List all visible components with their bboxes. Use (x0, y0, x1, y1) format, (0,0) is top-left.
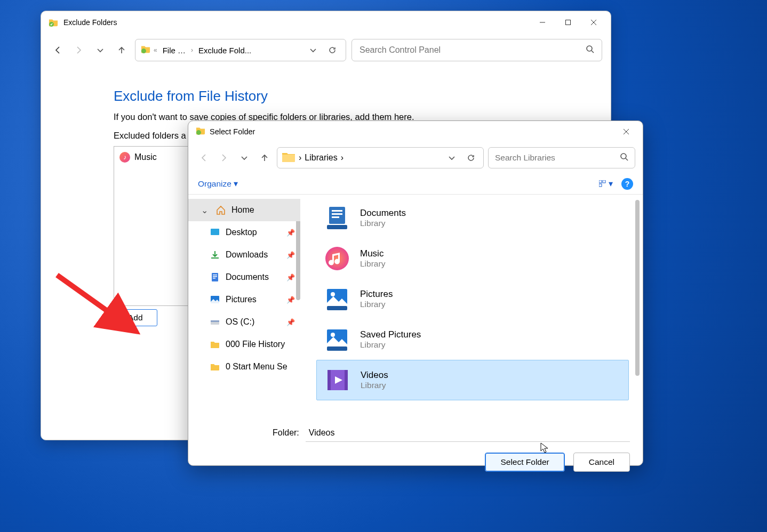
music-library-icon (323, 244, 351, 273)
nav-forward-button[interactable] (71, 42, 87, 58)
pin-icon: 📌 (286, 296, 295, 304)
sidebar-item-pictures[interactable]: Pictures📌 (188, 288, 300, 311)
svg-rect-9 (599, 184, 602, 187)
library-item-name: Documents (360, 208, 406, 219)
sidebar-item-downloads[interactable]: Downloads📌 (188, 244, 300, 266)
folder-field[interactable] (306, 424, 630, 442)
nav-forward-button[interactable] (216, 150, 232, 166)
sidebar-item-label: 0 Start Menu Se (226, 362, 287, 372)
sidebar-item-label: 000 File History (226, 340, 285, 349)
view-options-button[interactable]: ▾ (597, 176, 615, 191)
add-button[interactable]: Add (114, 309, 157, 326)
svg-rect-1 (566, 20, 571, 25)
sidebar-item-home[interactable]: ⌄Home (188, 199, 300, 221)
library-item-videos[interactable]: VideosLibrary (316, 360, 629, 400)
organize-menu[interactable]: Organize ▾ (198, 179, 238, 189)
filehistory-icon (196, 126, 205, 138)
library-item-subtitle: Library (360, 300, 393, 309)
minimize-button[interactable] (530, 14, 555, 31)
library-item-savedpictures[interactable]: Saved PicturesLibrary (316, 319, 629, 360)
dialog-close-button[interactable] (615, 123, 637, 140)
drive-icon (210, 317, 220, 327)
dialog-search-input[interactable] (495, 153, 620, 163)
sidebar-item-label: Pictures (226, 295, 257, 304)
svg-rect-13 (213, 276, 217, 277)
nav-up-button[interactable] (257, 150, 273, 166)
maximize-button[interactable] (555, 14, 581, 31)
select-folder-button[interactable]: Select Folder (485, 453, 564, 472)
pin-icon: 📌 (286, 273, 295, 281)
pane-scrollbar[interactable] (635, 200, 640, 376)
nav-back-button[interactable] (196, 150, 212, 166)
library-item-name: Pictures (360, 289, 393, 300)
nav-recent-button[interactable] (92, 42, 108, 58)
svg-rect-31 (327, 370, 331, 390)
library-item-name: Videos (361, 370, 388, 381)
folder-icon (210, 339, 220, 350)
nav-up-button[interactable] (114, 42, 130, 58)
nav-row: « File … › Exclude Fold... (41, 34, 611, 67)
sidebar-item-label: OS (C:) (226, 317, 254, 327)
filehistory-icon (49, 18, 58, 27)
address-bar[interactable]: « File … › Exclude Fold... (135, 39, 346, 61)
dialog-search-box[interactable] (488, 147, 635, 168)
dialog-toolbar: Organize ▾ ▾ ? (188, 173, 643, 195)
svg-point-5 (196, 130, 201, 135)
breadcrumb-back-icon: « (154, 46, 157, 54)
dialog-address-bar[interactable]: › Libraries › (277, 147, 484, 168)
svg-point-6 (621, 154, 626, 159)
search-input[interactable] (359, 45, 586, 55)
sidebar-item-fh[interactable]: 000 File History (188, 333, 300, 356)
window-title: Exclude Folders (63, 18, 117, 27)
svg-rect-11 (212, 273, 218, 281)
dialog-file-pane: DocumentsLibraryMusicLibraryPicturesLibr… (300, 195, 643, 418)
search-box[interactable] (351, 39, 602, 61)
sidebar-item-osc[interactable]: OS (C:)📌 (188, 311, 300, 333)
cancel-button[interactable]: Cancel (573, 453, 630, 472)
svg-rect-7 (599, 180, 602, 183)
chevron-right-icon: › (341, 153, 343, 163)
breadcrumb-item[interactable]: Libraries (305, 153, 337, 163)
dialog-bottom: Folder: Select Folder Cancel (188, 418, 643, 472)
sidebar-item-desktop[interactable]: Desktop📌 (188, 221, 300, 244)
pic-library-icon (323, 325, 351, 354)
nav-recent-button[interactable] (236, 150, 252, 166)
search-icon (620, 152, 628, 163)
library-item-name: Saved Pictures (360, 329, 421, 340)
library-item-subtitle: Library (360, 219, 406, 228)
breadcrumb-item[interactable]: Exclude Fold... (196, 45, 253, 56)
library-item-subtitle: Library (360, 340, 421, 350)
help-button[interactable]: ? (621, 178, 633, 190)
library-item-documents[interactable]: DocumentsLibrary (316, 198, 629, 238)
svg-rect-29 (327, 346, 347, 351)
library-item-music[interactable]: MusicLibrary (316, 238, 629, 279)
chevron-right-icon: › (191, 46, 193, 54)
pin-icon: 📌 (286, 251, 295, 259)
home-icon (215, 205, 226, 215)
search-icon (586, 45, 594, 55)
refresh-button[interactable] (463, 150, 479, 166)
refresh-button[interactable] (324, 42, 340, 58)
breadcrumb-dropdown-button[interactable] (444, 150, 460, 166)
doc-library-icon (323, 204, 351, 232)
svg-rect-22 (327, 225, 347, 229)
pin-icon: 📌 (286, 318, 295, 326)
sidebar-item-sms[interactable]: 0 Start Menu Se (188, 356, 300, 378)
sidebar-item-documents[interactable]: Documents📌 (188, 266, 300, 288)
close-button[interactable] (581, 14, 606, 31)
folder-icon (210, 361, 220, 372)
svg-rect-21 (332, 216, 339, 218)
sidebar-item-label: Desktop (226, 228, 257, 237)
dialog-nav-row: › Libraries › (188, 142, 643, 173)
pic-icon (210, 294, 220, 305)
desktop-icon (210, 227, 220, 238)
library-item-subtitle: Library (361, 381, 388, 390)
svg-rect-32 (345, 370, 348, 390)
library-item-pictures[interactable]: PicturesLibrary (316, 279, 629, 319)
nav-back-button[interactable] (50, 42, 66, 58)
video-library-icon (323, 366, 352, 394)
breadcrumb-item[interactable]: File … (161, 45, 188, 56)
svg-point-2 (141, 49, 146, 53)
list-item-label: Music (134, 152, 157, 162)
breadcrumb-dropdown-button[interactable] (305, 42, 321, 58)
